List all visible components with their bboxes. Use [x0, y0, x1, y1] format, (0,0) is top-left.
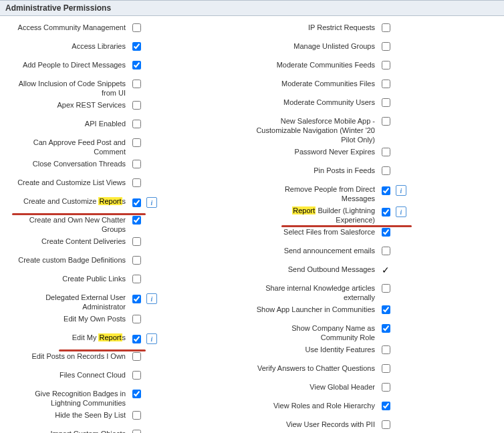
perm-checkbox-api-enabled[interactable]: [132, 120, 141, 128]
perm-row: New Salesforce Mobile App - Customizable…: [255, 115, 499, 146]
perm-checkbox-apex-rest[interactable]: [132, 101, 141, 110]
perm-row: Moderate Community Users: [255, 96, 499, 115]
perm-row: Pin Posts in Feeds: [255, 164, 499, 183]
perm-checkbox-delegated-ext-user-admin[interactable]: [132, 295, 141, 303]
perm-checkbox-remove-people-dm[interactable]: [382, 186, 390, 195]
perm-label: Access Libraries: [5, 41, 132, 51]
perm-checkbox-recognition-badges[interactable]: [132, 390, 141, 398]
perm-label: Pin Posts in Feeds: [255, 166, 382, 175]
perm-label: Create and Customize List Views: [5, 178, 132, 187]
perm-checkbox-add-people-dm[interactable]: [132, 61, 141, 69]
perm-checkbox-select-files-sf[interactable]: [382, 228, 390, 237]
perm-label: Moderate Community Users: [255, 98, 382, 107]
perm-row: Show App Launcher in Communities: [255, 303, 499, 322]
perm-label: New Salesforce Mobile App - Customizable…: [255, 116, 382, 144]
perm-row: Use Identity Features: [255, 343, 499, 362]
perm-label: Close Conversation Threads: [5, 159, 132, 168]
perm-checkbox-moderate-files[interactable]: [382, 80, 390, 88]
perm-checkbox-import-custom-objects[interactable]: [132, 430, 141, 433]
perm-checkbox-access-libraries[interactable]: [132, 42, 141, 51]
perm-checkbox-ip-restrict[interactable]: [382, 23, 390, 32]
perm-checkbox-manage-unlisted-groups[interactable]: [382, 42, 390, 51]
permissions-content: Access Community Management Access Libra…: [0, 16, 504, 433]
perm-label: Password Never Expires: [255, 147, 382, 156]
perm-checkbox-files-connect[interactable]: [132, 371, 141, 380]
perm-checkbox-send-announcement[interactable]: [382, 247, 390, 255]
perm-label: Edit Posts on Records I Own: [5, 351, 132, 361]
perm-label: Send announcement emails: [255, 246, 382, 255]
perm-label: Manage Unlisted Groups: [255, 41, 382, 51]
perm-checkbox-pin-posts[interactable]: [382, 166, 390, 175]
perm-checkbox-edit-posts-records[interactable]: [132, 352, 141, 361]
perm-row: Close Conversation Threads: [5, 158, 249, 176]
info-icon[interactable]: i: [396, 185, 406, 196]
perm-label: Send Outbound Messages: [255, 265, 382, 274]
perm-row: Allow Inclusion of Code Snippets from UI: [5, 78, 249, 99]
perm-checkbox-edit-my-reports[interactable]: [132, 335, 141, 343]
perm-label: Show Company Name as Community Role: [255, 323, 382, 342]
lock-icon: ✓: [382, 265, 390, 275]
perm-label: Create Content Deliveries: [5, 237, 132, 246]
perm-label: Edit My Reports: [5, 333, 132, 342]
perm-checkbox-public-links[interactable]: [132, 275, 141, 283]
perm-label: Access Community Management: [5, 23, 132, 32]
info-icon[interactable]: i: [396, 206, 406, 217]
perm-label: View Global Header: [255, 382, 382, 392]
perm-checkbox-view-user-pii[interactable]: [382, 420, 390, 429]
perm-row: Can Approve Feed Post and Comment: [5, 136, 249, 158]
perm-row: Access Libraries: [5, 40, 249, 59]
perm-checkbox-show-app-launcher[interactable]: [382, 305, 390, 314]
perm-label: API Enabled: [5, 119, 132, 128]
perm-checkbox-report-builder[interactable]: [382, 208, 390, 216]
perm-row: Manage Unlisted Groups: [255, 40, 499, 59]
perm-checkbox-custom-badge[interactable]: [132, 256, 141, 265]
perm-checkbox-verify-answers[interactable]: [382, 364, 390, 373]
perm-row: Create and Customize Reports i: [5, 195, 249, 214]
perm-checkbox-share-knowledge[interactable]: [382, 284, 390, 293]
perm-checkbox-approve-feed-post[interactable]: [132, 138, 141, 147]
perm-label: Allow Inclusion of Code Snippets from UI: [5, 79, 132, 98]
perm-checkbox-allow-code-snippets[interactable]: [132, 80, 141, 88]
perm-label: Delegated External User Administrator: [5, 293, 132, 311]
perm-row: Create Public Links: [5, 273, 249, 291]
perm-label: Add People to Direct Messages: [5, 60, 132, 69]
perm-checkbox-view-roles[interactable]: [382, 402, 390, 410]
perm-row: Edit My Reports i: [5, 331, 249, 350]
perm-checkbox-show-company-name[interactable]: [382, 324, 390, 333]
perm-checkbox-new-mobile-app[interactable]: [382, 117, 390, 126]
perm-checkbox-create-chatter-groups[interactable]: [132, 216, 141, 225]
perm-checkbox-hide-seen-by[interactable]: [132, 411, 141, 420]
perm-checkbox-create-list-views[interactable]: [132, 178, 141, 187]
perm-row: View Roles and Role Hierarchy: [255, 400, 499, 418]
highlight: Report: [98, 197, 122, 205]
perm-row: Remove People from Direct Messages i: [255, 183, 499, 204]
perm-row: Select Files from Salesforce: [255, 226, 499, 245]
perm-checkbox-view-global-header[interactable]: [382, 383, 390, 392]
perm-checkbox-close-threads[interactable]: [132, 160, 141, 168]
perm-checkbox-password-never-expires[interactable]: [382, 148, 390, 156]
perm-label: Remove People from Direct Messages: [255, 184, 382, 203]
perm-checkbox-content-deliveries[interactable]: [132, 237, 141, 246]
perm-row: Create and Customize List Views: [5, 176, 249, 195]
info-icon[interactable]: i: [146, 333, 157, 344]
perm-row: Edit Posts on Records I Own: [5, 350, 249, 369]
left-column: Access Community Management Access Libra…: [3, 21, 252, 433]
perm-label: Show App Launcher in Communities: [255, 305, 382, 314]
perm-checkbox-moderate-feeds[interactable]: [382, 61, 390, 69]
perm-label: Import Custom Objects: [5, 429, 132, 433]
perm-checkbox-create-customize-reports[interactable]: [132, 198, 141, 207]
perm-row: Create custom Badge Definitions: [5, 254, 249, 273]
perm-checkbox-access-community-management[interactable]: [132, 23, 141, 32]
perm-label: Can Approve Feed Post and Comment: [5, 138, 132, 156]
perm-label: Hide the Seen By List: [5, 410, 132, 420]
info-icon[interactable]: i: [146, 293, 157, 304]
perm-checkbox-moderate-users[interactable]: [382, 98, 390, 107]
perm-row: Edit My Own Posts: [5, 313, 249, 331]
perm-label: Report Builder (Lightning Experience): [255, 206, 382, 225]
highlight: Report: [98, 333, 122, 341]
perm-label: IP Restrict Requests: [255, 23, 382, 32]
perm-checkbox-use-identity[interactable]: [382, 345, 390, 354]
info-icon[interactable]: i: [146, 197, 157, 208]
perm-checkbox-edit-own-posts[interactable]: [132, 315, 141, 323]
perm-label: Create and Customize Reports: [5, 196, 132, 206]
